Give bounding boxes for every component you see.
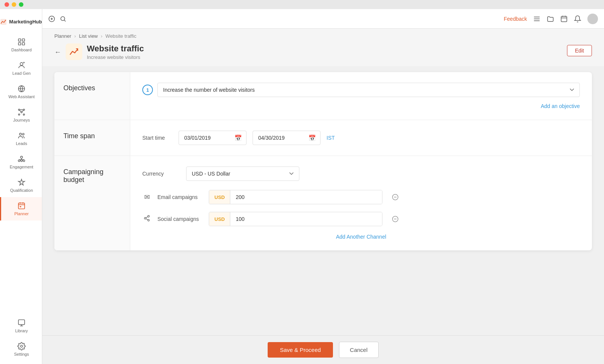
- search-icon[interactable]: [60, 15, 66, 22]
- svg-point-52: [144, 217, 146, 219]
- social-channel-row: Social campaigns USD: [142, 212, 580, 226]
- svg-point-36: [20, 345, 23, 347]
- email-channel-row: ✉ Email campaigns USD: [142, 190, 580, 204]
- sidebar-item-web-assistant[interactable]: Web Assistant: [0, 80, 42, 103]
- leads-icon: [17, 131, 26, 140]
- end-date-input[interactable]: [253, 131, 320, 145]
- folder-icon[interactable]: [547, 15, 554, 23]
- currency-label: Currency: [142, 171, 180, 177]
- add-objective-link-wrap: Add an objective: [142, 103, 580, 109]
- breadcrumb-current: Website traffic: [105, 33, 136, 39]
- content-area: Planner › List view › Website traffic ←: [42, 29, 604, 364]
- add-channel-link[interactable]: Add Another Channel: [336, 234, 386, 240]
- svg-line-16: [20, 110, 21, 111]
- main-area: Feedback Planner › List vie: [42, 9, 604, 364]
- svg-point-6: [20, 63, 23, 65]
- minimize-dot[interactable]: [12, 2, 16, 7]
- svg-point-13: [18, 114, 20, 116]
- sidebar-item-library[interactable]: Library: [0, 314, 42, 338]
- feedback-button[interactable]: Feedback: [504, 16, 527, 22]
- sidebar-item-leads[interactable]: Leads: [0, 127, 42, 150]
- calendar-icon[interactable]: [560, 15, 568, 23]
- svg-point-12: [23, 109, 25, 111]
- journeys-icon: [17, 108, 26, 116]
- timezone-label[interactable]: IST: [327, 135, 335, 141]
- sidebar-item-qualification[interactable]: Qualification: [0, 174, 42, 197]
- svg-rect-4: [18, 43, 21, 45]
- email-input-wrap: USD: [209, 190, 382, 204]
- end-date-wrap: 📅: [253, 131, 320, 145]
- breadcrumb: Planner › List view › Website traffic: [54, 33, 592, 39]
- sidebar-item-settings[interactable]: Settings: [0, 338, 42, 361]
- svg-point-10: [18, 109, 20, 111]
- timespan-section: Time span Start time 📅 📅 IST: [54, 120, 592, 156]
- add-channel-link-wrap: Add Another Channel: [142, 234, 580, 240]
- svg-point-20: [20, 156, 23, 159]
- start-time-label: Start time: [142, 135, 173, 141]
- close-dot[interactable]: [5, 2, 9, 7]
- svg-point-19: [22, 133, 24, 135]
- sidebar-item-journeys[interactable]: Journeys: [0, 103, 42, 127]
- page-subtitle: Increase website visitors: [87, 54, 144, 60]
- bell-icon[interactable]: [574, 15, 581, 23]
- topbar-left: [48, 15, 66, 22]
- add-icon[interactable]: [48, 15, 55, 22]
- svg-point-40: [61, 17, 65, 21]
- back-button[interactable]: ←: [54, 48, 61, 56]
- remove-email-button[interactable]: [388, 193, 402, 201]
- objective-number: 1: [142, 85, 153, 95]
- library-icon: [17, 319, 26, 327]
- minus-circle-icon-2: [391, 215, 399, 223]
- breadcrumb-list-view[interactable]: List view: [79, 33, 98, 39]
- topbar: Feedback: [42, 9, 604, 29]
- sidebar-bottom: Library Settings: [0, 314, 42, 364]
- planner-icon: [17, 202, 26, 210]
- svg-rect-5: [22, 43, 25, 45]
- window-chrome: [0, 0, 604, 9]
- breadcrumb-planner[interactable]: Planner: [54, 33, 71, 39]
- svg-point-21: [18, 160, 20, 162]
- objective-select[interactable]: Increase the number of website visitors: [157, 83, 580, 97]
- sidebar: MarketingHub Dashboard Lead Gen Web Assi…: [0, 9, 42, 364]
- lead-gen-icon: [17, 61, 26, 69]
- objectives-label: Objectives: [54, 72, 130, 120]
- sidebar-item-engagement[interactable]: Engagement: [0, 150, 42, 174]
- logo-icon: [0, 17, 7, 27]
- social-channel-name: Social campaigns: [157, 216, 203, 222]
- timespan-label: Time span: [54, 120, 130, 156]
- page-title-group: Website traffic Increase website visitor…: [87, 44, 144, 60]
- social-icon: [142, 215, 151, 224]
- list-icon[interactable]: [533, 15, 541, 23]
- web-assistant-icon: [17, 85, 26, 93]
- email-icon: ✉: [142, 193, 151, 201]
- email-channel-name: Email campaigns: [157, 194, 203, 200]
- user-avatar[interactable]: [587, 14, 598, 24]
- sidebar-item-planner[interactable]: Planner: [0, 197, 42, 221]
- social-amount-input[interactable]: [230, 212, 382, 226]
- edit-button[interactable]: Edit: [567, 45, 592, 56]
- currency-select[interactable]: USD - US Dollar: [186, 167, 299, 181]
- email-amount-input[interactable]: [230, 190, 382, 204]
- logo[interactable]: MarketingHub: [0, 12, 42, 33]
- maximize-dot[interactable]: [19, 2, 23, 7]
- svg-rect-28: [18, 203, 25, 209]
- svg-point-18: [20, 133, 22, 136]
- footer-actions: Save & Proceed Cancel: [42, 335, 604, 364]
- cancel-button[interactable]: Cancel: [339, 342, 379, 358]
- save-proceed-button[interactable]: Save & Proceed: [268, 342, 333, 358]
- svg-line-17: [22, 110, 24, 111]
- email-currency-tag: USD: [209, 190, 230, 204]
- logo-text: MarketingHub: [9, 19, 42, 25]
- svg-point-51: [148, 215, 149, 217]
- start-date-wrap: 📅: [179, 131, 247, 145]
- svg-rect-32: [20, 206, 21, 207]
- add-objective-link[interactable]: Add an objective: [541, 103, 580, 109]
- sidebar-item-dashboard[interactable]: Dashboard: [0, 33, 42, 57]
- page-icon: [66, 43, 82, 60]
- start-date-input[interactable]: [179, 131, 247, 145]
- page-header: Planner › List view › Website traffic ←: [42, 29, 604, 66]
- social-currency-tag: USD: [209, 212, 230, 226]
- page-title-left: ← Website traffic Increase website visit…: [54, 43, 144, 60]
- sidebar-item-lead-gen[interactable]: Lead Gen: [0, 57, 42, 80]
- remove-social-button[interactable]: [388, 215, 402, 223]
